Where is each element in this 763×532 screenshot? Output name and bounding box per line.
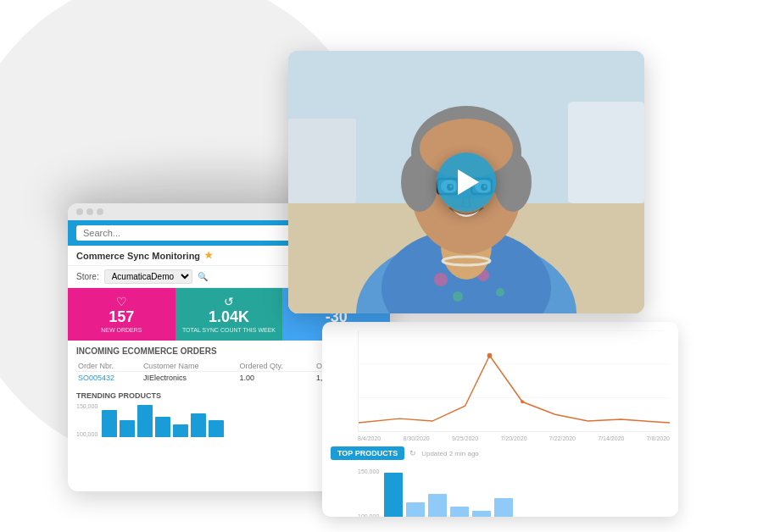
trending-bar-chart	[102, 403, 224, 437]
x-axis-labels: 8/4/2020 8/30/2020 9/25/2020 7/20/2020 7…	[358, 435, 670, 441]
dashboard-title: Commerce Sync Monitoring	[76, 251, 200, 261]
order-qty: 1.00	[238, 371, 315, 384]
top-products-bar-chart	[384, 468, 513, 517]
kpi-sync-label: TOTAL SYNC COUNT THIS WEEK	[181, 327, 278, 334]
kpi-new-orders-label: NEW ORDERS	[73, 327, 170, 334]
line-chart-container: 40 20 0 8/4/2020 8/30/2020 9/25/2020 7/2…	[331, 330, 670, 441]
bar-3	[137, 405, 153, 437]
order-link[interactable]: SO005432	[78, 374, 114, 382]
incoming-orders-title: INCOMING ECOMMERCE ORDERS	[76, 346, 217, 356]
refresh-icon: ↻	[409, 449, 416, 457]
trending-y-axis: 150,000 100,000	[76, 403, 97, 437]
bar-6	[191, 413, 206, 437]
top-bar-3	[428, 494, 447, 517]
kpi-sync-icon: ↺	[181, 295, 278, 308]
top-bar-6	[494, 498, 513, 517]
top-bar-1	[384, 473, 403, 517]
chrome-dot-3	[97, 208, 103, 215]
store-selector[interactable]: AcumaticaDemo	[104, 269, 192, 284]
svg-point-5	[453, 291, 463, 302]
x-label-2: 8/30/2020	[404, 435, 430, 441]
x-label-3: 9/25/2020	[452, 435, 478, 441]
top-products-button[interactable]: TOP PRODUCTS	[331, 446, 404, 460]
bar-y-low: 100,000	[358, 513, 379, 517]
svg-rect-25	[288, 119, 356, 203]
kpi-new-orders: ♡ 157 NEW ORDERS	[68, 288, 175, 341]
chrome-dot-1	[76, 208, 83, 215]
x-label-7: 7/8/2020	[647, 435, 670, 441]
top-bar-2	[406, 502, 425, 517]
kpi-total-sync: ↺ 1.04K TOTAL SYNC COUNT THIS WEEK	[175, 288, 283, 341]
customer-name: JIElectronics	[142, 371, 238, 384]
kpi-sync-number: 1.04K	[181, 308, 278, 327]
x-label-4: 7/20/2020	[500, 435, 526, 441]
top-products-header: TOP PRODUCTS ↻ Updated 2 min ago	[331, 446, 670, 460]
svg-rect-24	[568, 102, 644, 203]
x-label-1: 8/4/2020	[358, 435, 381, 441]
bar-y-high: 150,000	[358, 468, 379, 474]
chrome-dot-2	[86, 208, 93, 215]
top-bar-4	[450, 507, 469, 517]
bar-1	[102, 410, 117, 437]
col-customer: Customer Name	[142, 361, 238, 372]
top-products-chart-container: 150,000 100,000	[331, 465, 670, 517]
line-chart-svg	[359, 330, 670, 431]
top-bar-5	[472, 511, 491, 517]
svg-point-4	[434, 273, 448, 286]
svg-point-7	[496, 288, 504, 296]
bar-2	[120, 420, 135, 437]
bar-chart-y-axis: 150,000 100,000	[358, 468, 379, 517]
search-store-icon[interactable]: 🔍	[198, 272, 208, 281]
store-label: Store:	[76, 272, 99, 281]
col-qty: Ordered Qty.	[238, 361, 315, 372]
video-background	[288, 51, 644, 313]
bar-4	[155, 417, 170, 437]
chart-card: 40 20 0 8/4/2020 8/30/2020 9/25/2020 7/2…	[322, 322, 678, 517]
y-label-high: 150,000	[76, 403, 97, 409]
bar-7	[209, 420, 224, 437]
play-triangle-icon	[458, 169, 479, 195]
bar-5	[173, 424, 188, 437]
svg-point-30	[521, 400, 524, 403]
video-card[interactable]	[288, 51, 644, 313]
x-label-5: 7/22/2020	[549, 435, 576, 441]
x-label-6: 7/14/2020	[598, 435, 624, 441]
kpi-heart-icon: ♡	[73, 295, 170, 308]
kpi-new-orders-number: 157	[73, 308, 170, 327]
favorite-star-icon[interactable]: ★	[204, 250, 213, 261]
y-label-low: 100,000	[76, 431, 97, 437]
line-chart-area	[358, 330, 670, 432]
col-order-nbr: Order Nbr.	[76, 361, 142, 372]
svg-point-29	[487, 353, 493, 358]
updated-text: Updated 2 min ago	[421, 450, 479, 457]
play-button[interactable]	[437, 152, 496, 212]
